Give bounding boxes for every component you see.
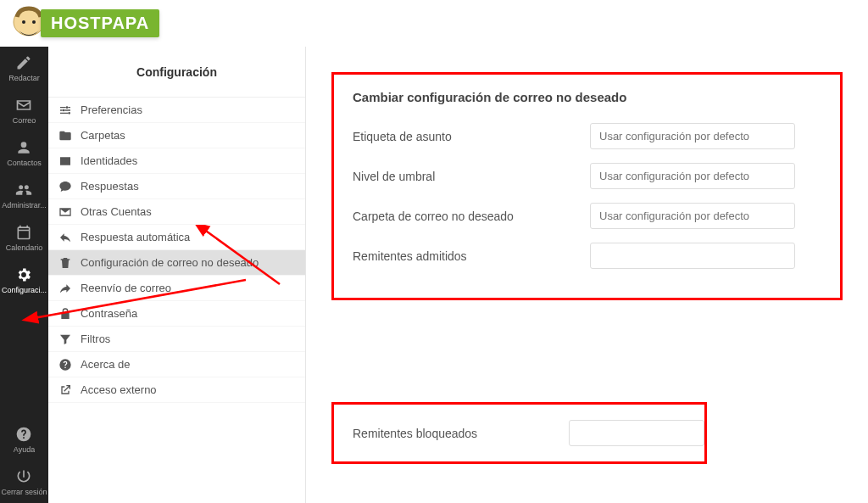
settings-panel: Configuración Preferencias Carpetas Iden… bbox=[48, 47, 306, 503]
settings-password[interactable]: Contraseña bbox=[48, 301, 305, 327]
filter-icon bbox=[58, 333, 72, 346]
power-icon bbox=[15, 468, 32, 485]
mail-icon bbox=[15, 97, 32, 114]
header: HOSTPAPA bbox=[0, 0, 868, 47]
settings-spam[interactable]: Configuración de correo no deseado bbox=[48, 250, 305, 276]
nav-help[interactable]: Ayuda bbox=[0, 418, 48, 461]
nav-compose[interactable]: Redactar bbox=[0, 47, 48, 89]
users-icon bbox=[15, 182, 32, 198]
settings-folders[interactable]: Carpetas bbox=[48, 123, 305, 148]
forward-icon bbox=[58, 282, 72, 295]
label-subject-tag: Etiqueta de asunto bbox=[353, 130, 590, 143]
settings-item-label: Acceso externo bbox=[81, 383, 157, 396]
settings-item-label: Contraseña bbox=[81, 307, 137, 320]
settings-item-label: Carpetas bbox=[81, 129, 125, 142]
settings-item-label: Preferencias bbox=[81, 103, 142, 116]
input-blocked-senders[interactable] bbox=[569, 420, 704, 446]
settings-responses[interactable]: Respuestas bbox=[48, 174, 305, 199]
svg-point-4 bbox=[22, 20, 25, 24]
label-threshold: Nivel de umbral bbox=[353, 170, 590, 183]
nav-label: Administrar... bbox=[2, 201, 47, 210]
nav-mail[interactable]: Correo bbox=[0, 89, 48, 131]
calendar-icon bbox=[15, 224, 32, 241]
nav-settings[interactable]: Configuraci... bbox=[0, 259, 48, 301]
edit-icon bbox=[15, 54, 32, 71]
row-subject-tag: Etiqueta de asunto bbox=[353, 123, 840, 149]
trash-icon bbox=[58, 256, 72, 270]
settings-filters[interactable]: Filtros bbox=[48, 327, 305, 352]
sliders-icon bbox=[58, 103, 72, 117]
reply-icon bbox=[58, 231, 72, 244]
nav-label: Redactar bbox=[8, 74, 40, 82]
gear-icon bbox=[15, 266, 32, 283]
external-icon bbox=[58, 383, 72, 397]
row-allowed-senders: Remitentes admitidos bbox=[353, 243, 840, 269]
nav-label: Contactos bbox=[7, 159, 42, 167]
help-icon bbox=[58, 358, 72, 372]
nav-label: Calendario bbox=[6, 243, 43, 252]
settings-about[interactable]: Acerca de bbox=[48, 352, 305, 377]
spam-settings-section: Cambiar configuración de correo no desea… bbox=[331, 72, 843, 300]
settings-item-label: Respuestas bbox=[81, 180, 139, 193]
help-icon bbox=[15, 426, 32, 443]
content-area: Cambiar configuración de correo no desea… bbox=[306, 47, 868, 503]
settings-item-label: Identidades bbox=[81, 154, 137, 167]
row-threshold: Nivel de umbral bbox=[353, 163, 840, 189]
comment-icon bbox=[58, 180, 72, 193]
blocked-senders-section: Remitentes bloqueados bbox=[331, 402, 707, 464]
settings-item-label: Acerca de bbox=[81, 358, 131, 371]
svg-point-5 bbox=[32, 20, 36, 24]
input-allowed-senders[interactable] bbox=[590, 243, 795, 269]
main: Redactar Correo Contactos Administrar...… bbox=[0, 47, 868, 503]
input-threshold[interactable] bbox=[590, 163, 795, 189]
nav-logout[interactable]: Cerrar sesión bbox=[0, 461, 48, 503]
settings-item-label: Respuesta automática bbox=[81, 231, 190, 243]
brand-name: HOSTPAPA bbox=[41, 9, 159, 37]
idcard-icon bbox=[58, 154, 72, 168]
input-subject-tag[interactable] bbox=[590, 123, 795, 149]
settings-preferences[interactable]: Preferencias bbox=[48, 98, 305, 123]
brand-logo: HOSTPAPA bbox=[8, 3, 159, 44]
settings-other-accounts[interactable]: Otras Cuentas bbox=[48, 199, 305, 225]
nav-admin[interactable]: Administrar... bbox=[0, 174, 48, 216]
row-spam-folder: Carpeta de correo no deseado bbox=[353, 203, 840, 229]
label-blocked-senders: Remitentes bloqueados bbox=[353, 427, 569, 440]
input-spam-folder[interactable] bbox=[590, 203, 795, 229]
folder-icon bbox=[58, 129, 72, 143]
nav-label: Correo bbox=[13, 116, 36, 125]
nav-label: Configuraci... bbox=[2, 286, 47, 294]
settings-external-access[interactable]: Acceso externo bbox=[48, 377, 305, 403]
settings-forwarding[interactable]: Reenvío de correo bbox=[48, 276, 305, 301]
contacts-icon bbox=[15, 139, 32, 156]
section-title: Cambiar configuración de correo no desea… bbox=[353, 90, 840, 104]
nav-label: Cerrar sesión bbox=[1, 488, 47, 496]
nav-calendar[interactable]: Calendario bbox=[0, 216, 48, 259]
settings-item-label: Filtros bbox=[81, 333, 110, 345]
nav-contacts[interactable]: Contactos bbox=[0, 131, 48, 174]
lock-icon bbox=[58, 307, 72, 321]
row-blocked-senders: Remitentes bloqueados bbox=[353, 420, 704, 446]
settings-identities[interactable]: Identidades bbox=[48, 148, 305, 174]
label-spam-folder: Carpeta de correo no deseado bbox=[353, 210, 590, 223]
settings-header: Configuración bbox=[48, 47, 305, 98]
nav-label: Ayuda bbox=[14, 445, 35, 454]
label-allowed-senders: Remitentes admitidos bbox=[353, 249, 590, 263]
settings-item-label: Reenvío de correo bbox=[81, 282, 171, 294]
settings-item-label: Configuración de correo no deseado bbox=[81, 256, 259, 269]
settings-auto-reply[interactable]: Respuesta automática bbox=[48, 225, 305, 250]
envelope-icon bbox=[58, 205, 72, 219]
sidebar-nav: Redactar Correo Contactos Administrar...… bbox=[0, 47, 48, 503]
settings-item-label: Otras Cuentas bbox=[81, 205, 152, 218]
settings-list: Preferencias Carpetas Identidades Respue… bbox=[48, 98, 305, 503]
